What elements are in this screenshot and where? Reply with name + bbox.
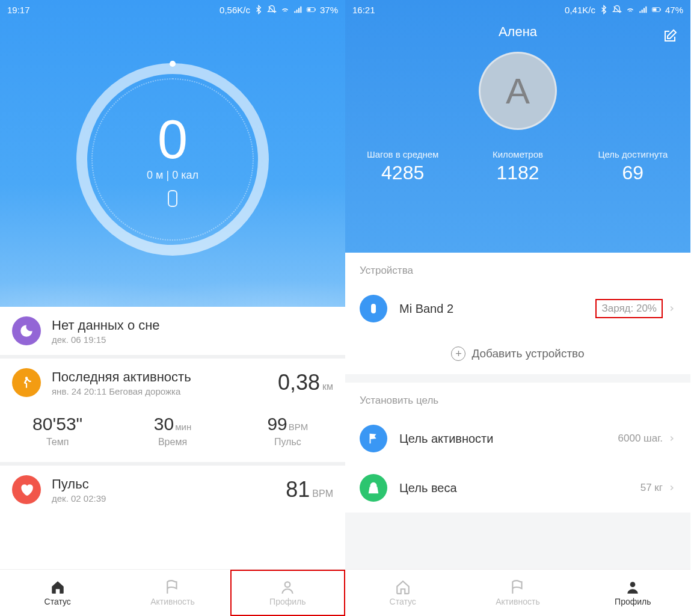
sleep-sub: дек. 06 19:15 xyxy=(52,334,333,345)
plus-icon: + xyxy=(451,346,465,361)
pulse-sub: дек. 02 02:39 xyxy=(52,493,286,504)
chevron-right-icon xyxy=(668,434,676,443)
band-device-icon xyxy=(360,295,387,322)
svg-point-8 xyxy=(285,582,290,587)
phone-right: 16:21 0,41K/c 47% Алена А Шагов в средне… xyxy=(345,0,690,616)
pulse-title: Пульс xyxy=(52,476,286,492)
svg-rect-16 xyxy=(371,304,376,313)
phone-left: 19:17 0,56K/c 37% 0 0 м | 0 кал xyxy=(0,0,345,616)
status-speed: 0,56K/c xyxy=(220,5,250,15)
nav-profile-label: Профиль xyxy=(615,597,651,606)
goal-weight-value: 57 кг xyxy=(640,482,663,494)
signal-icon xyxy=(639,5,648,14)
flag-icon xyxy=(510,579,526,595)
edit-icon xyxy=(663,29,677,43)
avatar[interactable]: А xyxy=(479,52,557,130)
svg-rect-11 xyxy=(643,8,645,13)
nav-profile[interactable]: Профиль xyxy=(576,570,690,616)
profile-hero: Алена А Шагов в среднем 4285 Километров … xyxy=(345,0,690,253)
time-unit: мин xyxy=(175,422,191,432)
sleep-row[interactable]: Нет данных о сне дек. 06 19:15 xyxy=(0,307,345,359)
svg-rect-1 xyxy=(296,10,298,13)
nav-profile-label: Профиль xyxy=(269,597,306,606)
svg-rect-0 xyxy=(294,11,295,13)
pace-stat: 80'53" Темп xyxy=(0,414,115,448)
nav-activity-label: Активность xyxy=(150,597,195,606)
activity-row[interactable]: Последняя активность янв. 24 20:11 Бегов… xyxy=(0,359,345,402)
km-value: 1182 xyxy=(460,162,575,184)
km-label: Километров xyxy=(460,149,575,159)
mute-icon xyxy=(267,5,277,14)
activity-distance-unit: км xyxy=(322,381,333,392)
nav-status-label: Статус xyxy=(390,597,416,606)
flag-circle-icon xyxy=(360,425,387,452)
nav-activity[interactable]: Активность xyxy=(460,570,575,616)
status-speed: 0,41K/c xyxy=(565,5,595,15)
svg-point-17 xyxy=(630,582,636,587)
status-battery: 47% xyxy=(665,5,683,15)
svg-rect-12 xyxy=(645,7,646,13)
goal-label: Цель достигнута xyxy=(576,149,690,159)
goal-weight-row[interactable]: Цель веса 57 кг xyxy=(345,463,690,513)
status-right: 0,41K/c 47% xyxy=(565,5,683,15)
home-icon xyxy=(50,579,66,595)
bpm-stat: 99BPM Пульс xyxy=(230,414,345,448)
status-bar: 16:21 0,41K/c 47% xyxy=(345,0,690,19)
pace-value: 80'53" xyxy=(32,414,82,434)
profile-icon xyxy=(280,579,295,595)
nav-status[interactable]: Статус xyxy=(0,570,115,616)
pace-label: Темп xyxy=(0,437,115,448)
pulse-row[interactable]: Пульс дек. 02 02:39 81BPM xyxy=(0,466,345,514)
activity-sub: янв. 24 20:11 Беговая дорожка xyxy=(52,386,278,396)
battery-icon xyxy=(652,5,662,14)
edit-button[interactable] xyxy=(663,29,677,46)
device-name: Mi Band 2 xyxy=(399,302,595,316)
goal-value: 69 xyxy=(576,162,690,184)
km-stat: Километров 1182 xyxy=(460,149,575,184)
goal-activity-row[interactable]: Цель активности 6000 шаг. xyxy=(345,414,690,463)
device-charge: Заряд: 20% xyxy=(595,299,663,318)
svg-rect-15 xyxy=(660,8,661,10)
add-device-button[interactable]: + Добавить устройство xyxy=(345,333,690,374)
avg-steps-stat: Шагов в среднем 4285 xyxy=(345,149,460,184)
svg-rect-3 xyxy=(300,7,301,13)
svg-rect-5 xyxy=(308,8,311,11)
bluetooth-icon xyxy=(254,5,263,14)
goals-section: Установить цель Цель активности 6000 шаг… xyxy=(345,383,690,513)
svg-rect-10 xyxy=(642,10,643,13)
home-icon xyxy=(395,579,411,595)
pulse-unit: BPM xyxy=(312,488,333,499)
band-icon xyxy=(168,190,177,207)
heart-icon xyxy=(12,475,41,504)
profile-name: Алена xyxy=(345,24,690,40)
steps-count: 0 xyxy=(158,112,188,167)
svg-rect-2 xyxy=(298,8,299,13)
battery-icon xyxy=(307,5,316,14)
activity-distance: 0,38 xyxy=(278,370,320,395)
sleep-icon xyxy=(12,316,41,345)
nav-status[interactable]: Статус xyxy=(345,570,460,616)
profile-icon xyxy=(625,579,640,595)
chevron-right-icon xyxy=(668,304,676,313)
wifi-icon xyxy=(625,5,635,14)
bpm-value: 99 xyxy=(267,414,287,434)
svg-rect-9 xyxy=(639,11,640,13)
add-device-label: Добавить устройство xyxy=(471,347,584,360)
svg-rect-14 xyxy=(653,8,657,11)
device-row[interactable]: Mi Band 2 Заряд: 20% xyxy=(345,284,690,333)
avg-steps-label: Шагов в среднем xyxy=(345,149,460,159)
time-stat: 30мин Время xyxy=(115,414,230,448)
nav-profile[interactable]: Профиль xyxy=(230,570,345,616)
mute-icon xyxy=(612,5,622,14)
weight-icon xyxy=(360,474,387,502)
goal-weight-name: Цель веса xyxy=(399,481,640,495)
bpm-label: Пульс xyxy=(230,437,345,448)
goal-activity-value: 6000 шаг. xyxy=(618,433,663,445)
status-right: 0,56K/c 37% xyxy=(220,5,338,15)
signal-icon xyxy=(293,5,303,14)
activity-stats: 80'53" Темп 30мин Время 99BPM Пульс xyxy=(0,402,345,466)
nav-activity-label: Активность xyxy=(496,597,540,606)
chevron-right-icon xyxy=(668,484,676,492)
steps-ring[interactable]: 0 0 м | 0 кал xyxy=(76,63,269,256)
nav-activity[interactable]: Активность xyxy=(115,570,230,616)
